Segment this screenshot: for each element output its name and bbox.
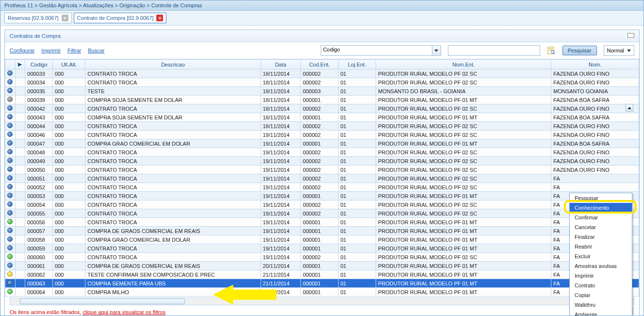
table-row[interactable]: 000048000CONTRATO TROCA19/11/20140000020… [5, 148, 639, 157]
cell-data: 21/11/2014 [261, 288, 301, 297]
menu-item-amostras-avulsas[interactable]: Amostras avulsas [570, 261, 632, 271]
cell-descricao: CONTRATO TROCA [85, 78, 261, 87]
cell-ultalt: 000 [53, 69, 85, 78]
cell-codigo: 000062 [25, 270, 53, 279]
menu-item-finalizar[interactable]: Finalizar [570, 232, 632, 242]
col-data[interactable]: Data [261, 60, 301, 69]
col-selector[interactable]: ▶ [15, 60, 25, 69]
table-row[interactable]: 000047000COMPRA GRAO COMERCIAL EM DOLAR1… [5, 139, 639, 148]
cell-noment: PRODUTOR RURAL MODELO PF 02 SC [376, 174, 551, 183]
menu-item-contrato[interactable]: Contrato [570, 281, 632, 290]
table-row[interactable]: 000051000CONTRATO TROCA19/11/20140000020… [5, 174, 639, 183]
table-row[interactable]: 000055000CONTRATO TROCA19/11/20140000020… [5, 209, 639, 218]
table-row[interactable]: 000049000CONTRATO TROCA19/11/20140000020… [5, 157, 639, 166]
cell-lojent: 01 [338, 96, 376, 104]
tab-reservas[interactable]: Reservas [02.9.0067] × [4, 13, 72, 23]
menu-item-copiar[interactable]: Copiar [570, 290, 632, 300]
col-descricao[interactable]: Descricao [85, 60, 261, 69]
tab-contrato-compra[interactable]: Contrato de Compra [02.9.0067] × [74, 13, 167, 23]
configurar-link[interactable]: Configurar [10, 48, 34, 53]
selector-cell [15, 227, 25, 235]
cell-nomext: FAZENDA OURO FINO [551, 122, 639, 131]
cell-data: 19/11/2014 [261, 183, 301, 192]
mode-select[interactable]: Normal [604, 45, 634, 56]
table-row[interactable]: 000039000COMPRA SOJA SEMENTE EM DOLAR18/… [5, 96, 639, 104]
table-row[interactable]: 000053000CONTRATO TROCA19/11/20140000010… [5, 192, 639, 200]
cell-descricao: CONTRATO TROCA [85, 166, 261, 174]
menu-item-walkthru[interactable]: Walkthru [570, 300, 632, 310]
horizontal-scrollbar[interactable] [10, 298, 634, 305]
table-row[interactable]: 000033000CONTRATO TROCA18/11/20140000020… [5, 69, 639, 78]
cell-noment: PRODUTOR RURAL MODELO PF 02 SC [376, 131, 551, 139]
table-row[interactable]: 000059000CONTRATO TROCA19/11/20140000010… [5, 244, 639, 253]
menu-item-reabrir[interactable]: Reabrir [570, 242, 632, 251]
col-nomext[interactable]: Nom. [551, 60, 639, 69]
cell-codent: 000002 [301, 104, 338, 113]
status-dot-icon [7, 280, 13, 285]
grid: ▶ Codigo Ult.Alt. Descricao Data Cod.Ent… [5, 59, 639, 297]
table-row[interactable]: 000063000COMPRA SEMENTE PARA UBS21/11/20… [5, 279, 639, 288]
table-row[interactable]: 000035000TESTE18/11/201400000301MONSANTO… [5, 87, 639, 96]
search-field-select[interactable]: Codigo [321, 45, 432, 56]
table-row[interactable]: 000057000COMPRA DE GRAOS COMERCIAL EM RE… [5, 227, 639, 235]
cell-ultalt: 000 [53, 235, 85, 244]
cell-data: 21/11/2014 [261, 279, 301, 288]
table-row[interactable]: 000056000CONTRATO TROCA19/11/20140000010… [5, 218, 639, 227]
cell-ultalt: 000 [53, 270, 85, 279]
menu-item-imprimir[interactable]: Imprimir [570, 271, 632, 281]
table-row[interactable]: 000052000CONTRATO TROCA19/11/20140000020… [5, 183, 639, 192]
search-input[interactable] [448, 45, 540, 56]
menu-item-ambiente[interactable]: Ambiente [570, 310, 632, 316]
col-status[interactable] [5, 60, 16, 69]
cell-codent: 000001 [301, 244, 338, 253]
table-row[interactable]: 000054000CONTRATO TROCA19/11/20140000020… [5, 200, 639, 209]
menu-item-conhecimento[interactable]: Conhecimento [570, 203, 632, 213]
imprimir-link[interactable]: Imprimir [41, 48, 61, 53]
selector-cell [15, 113, 25, 122]
cell-descricao: CONTRATO TROCA [85, 200, 261, 209]
scrollbar-thumb[interactable] [20, 299, 185, 304]
buscar-link[interactable]: Buscar [88, 48, 104, 53]
col-codigo[interactable]: Codigo [25, 60, 53, 69]
col-noment[interactable]: Nom.Ent. [376, 60, 551, 69]
selector-cell [15, 96, 25, 104]
menu-item-pesquisar[interactable]: Pesquisar [570, 193, 632, 203]
close-icon[interactable]: × [62, 15, 68, 21]
menu-item-excluir[interactable]: Excluir [570, 251, 632, 261]
cell-ultalt: 000 [53, 157, 85, 166]
scroll-up-arrow[interactable] [626, 104, 633, 112]
pesquisar-button[interactable]: Pesquisar [562, 46, 597, 55]
menu-item-cancelar[interactable]: Cancelar [570, 222, 632, 232]
search-icon[interactable] [547, 46, 556, 55]
cell-noment: PRODUTOR RURAL MODELO PF 01 MT [376, 244, 551, 253]
table-row[interactable]: 000061000COMPRA DE GRAOS COMERCIAL EM RE… [5, 262, 639, 270]
table-row[interactable]: 000043000COMPRA SOJA SEMENTE EM DOLAR18/… [5, 113, 639, 122]
filtrar-link[interactable]: Filtrar [67, 48, 81, 53]
table-row[interactable]: 000064000COMPRA MILHO21/11/201400000101P… [5, 288, 639, 297]
status-dot-icon [7, 289, 13, 294]
filter-msg-link[interactable]: clique aqui para visualizar os filtros [83, 309, 165, 315]
table-row[interactable]: 000046000CONTRATO TROCA19/11/20140000020… [5, 131, 639, 139]
cell-descricao: COMPRA SOJA SEMENTE EM DOLAR [85, 96, 261, 104]
chevron-down-icon[interactable] [432, 45, 441, 56]
col-ultalt[interactable]: Ult.Alt. [53, 60, 85, 69]
table-row[interactable]: 000058000COMPRA GRAO COMERCIAL EM DOLAR1… [5, 235, 639, 244]
cell-ultalt: 000 [53, 87, 85, 96]
table-row[interactable]: 000042000CONTRATO TROCA18/11/20140000020… [5, 104, 639, 113]
col-codent[interactable]: Cod.Ent. [301, 60, 338, 69]
table-row[interactable]: 000050000CONTRATO TROCA19/11/20140000020… [5, 166, 639, 174]
col-lojent[interactable]: Loj.Ent. [338, 60, 376, 69]
minimize-icon[interactable] [627, 33, 634, 38]
menu-item-confirmar[interactable]: Confirmar [570, 213, 632, 222]
status-cell [5, 148, 16, 157]
selector-cell [15, 183, 25, 192]
cell-descricao: COMPRA SOJA SEMENTE EM DOLAR [85, 113, 261, 122]
table-row[interactable]: 000060000CONTRATO TROCA19/11/20140000020… [5, 253, 639, 262]
table-row[interactable]: 000034000CONTRATO TROCA18/11/20140000020… [5, 78, 639, 87]
cell-nomext: FAZENDA OURO FINO [551, 148, 639, 157]
table-row[interactable]: 000062000TESTE CONFIRMAR SEM COMPOSICAOD… [5, 270, 639, 279]
close-icon[interactable]: × [156, 15, 163, 21]
filter-message: Os itens acima estão filtrados, clique a… [5, 307, 639, 316]
table-row[interactable]: 000044000CONTRATO TROCA18/11/20140000020… [5, 122, 639, 131]
cell-descricao: CONTRATO TROCA [85, 174, 261, 183]
